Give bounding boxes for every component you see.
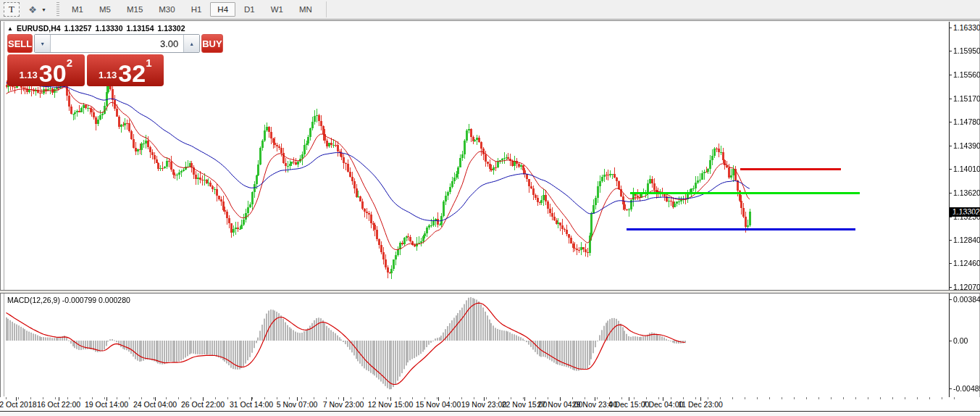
price-tick-label: 1.16330 [953,23,980,32]
volume-increase-button[interactable]: ▲ [183,35,199,52]
price-tick-mark [949,263,952,264]
timeframe-button-h1[interactable]: H1 [184,2,209,17]
sell-price-pip-digit: 2 [67,57,72,69]
volume-stepper: ▼ ▲ [34,34,200,53]
chart-symbol-timeframe: EURUSD,H4 [17,24,61,33]
price-tick-label: 1.13230 [953,212,980,221]
price-tick-mark [949,240,952,241]
one-click-trading-panel: SELL ▼ ▲ BUY 1.13 30 2 1.13 32 1 [7,34,164,86]
timeframe-button-group: M1M5M15M30H1H4D1W1MN [64,2,320,17]
window-bottom-strip [0,412,980,416]
sell-price-display[interactable]: 1.13 30 2 [7,54,85,86]
price-tick-mark [949,169,952,170]
buy-price-prefix: 1.13 [99,70,117,80]
buy-price-pip-digit: 1 [146,57,151,69]
timeframe-button-w1[interactable]: W1 [264,2,290,17]
ohlc-high: 1.13330 [96,24,123,33]
window-left-border [0,20,1,416]
symbol-marker-icon: ▲ [7,25,13,32]
chart-left-border [4,22,4,396]
macd-tick-label: -0.004856 [953,384,980,393]
price-tick-mark [949,193,952,194]
price-tick-label: 1.12070 [953,283,980,291]
timeframe-button-m5[interactable]: M5 [92,2,118,17]
timeframe-button-m1[interactable]: M1 [64,2,91,17]
timeframe-button-h4[interactable]: H4 [210,2,235,17]
time-axis: 12 Oct 201816 Oct 22:0019 Oct 14:0024 Oc… [0,397,980,411]
ohlc-open: 1.13257 [64,24,92,33]
chevron-down-icon[interactable]: ▼ [41,7,46,12]
chart-title: ▲ EURUSD,H4 1.13257 1.13330 1.13154 1.13… [7,24,185,33]
price-tick-mark [949,51,952,51]
time-tick-label: 11 Dec 23:00 [667,400,734,409]
macd-tick-label: 0.003847 [953,295,980,304]
macd-tick-mark [949,341,952,341]
toolbar-drag-handle[interactable] [56,2,59,17]
macd-tick-mark [949,388,952,389]
buy-price-big-digits: 32 [118,62,146,84]
volume-decrease-button[interactable]: ▼ [35,35,51,52]
top-toolbar: T ❖ ▼ M1M5M15M30H1H4D1W1MN [0,0,980,20]
arrange-objects-icon[interactable]: ❖ [25,2,40,17]
pane-splitter[interactable] [0,290,980,294]
price-tick-mark [949,217,952,217]
price-tick-mark [949,287,952,288]
text-label-tool-button[interactable]: T [4,2,20,17]
timeframe-button-mn[interactable]: MN [292,2,319,17]
sell-price-big-digits: 30 [39,62,67,84]
price-tick-label: 1.13620 [953,188,980,197]
price-tick-label: 1.14780 [953,117,980,126]
timeframe-button-d1[interactable]: D1 [237,2,262,17]
macd-indicator-label: MACD(12,26,9) -0.000799 0.000280 [7,296,130,304]
price-tick-mark [949,99,952,99]
buy-price-display[interactable]: 1.13 32 1 [87,54,164,86]
price-tick-label: 1.12840 [953,236,980,244]
price-tick-mark [949,28,952,28]
price-tick-label: 1.15560 [953,70,980,79]
price-tick-mark [949,146,952,146]
sell-button[interactable]: SELL [7,34,33,53]
timeframe-button-m30[interactable]: M30 [151,2,182,17]
price-tick-label: 1.15950 [953,46,980,55]
price-tick-label: 1.15170 [953,94,980,103]
macd-tick-label: 0.00 [953,336,968,345]
macd-indicator-canvas[interactable] [5,293,949,396]
buy-button[interactable]: BUY [201,34,222,53]
macd-tick-mark [949,299,952,300]
timeframe-button-m15[interactable]: M15 [120,2,150,17]
price-tick-label: 1.14010 [953,165,980,173]
price-tick-mark [949,122,952,122]
price-tick-label: 1.14390 [953,141,980,150]
volume-input[interactable] [51,35,183,52]
price-tick-mark [949,75,952,75]
toolbar-separator [326,1,327,17]
price-tick-label: 1.12460 [953,259,980,267]
ohlc-close: 1.13302 [158,24,185,33]
sell-price-prefix: 1.13 [20,70,38,80]
ohlc-low: 1.13154 [127,24,154,33]
